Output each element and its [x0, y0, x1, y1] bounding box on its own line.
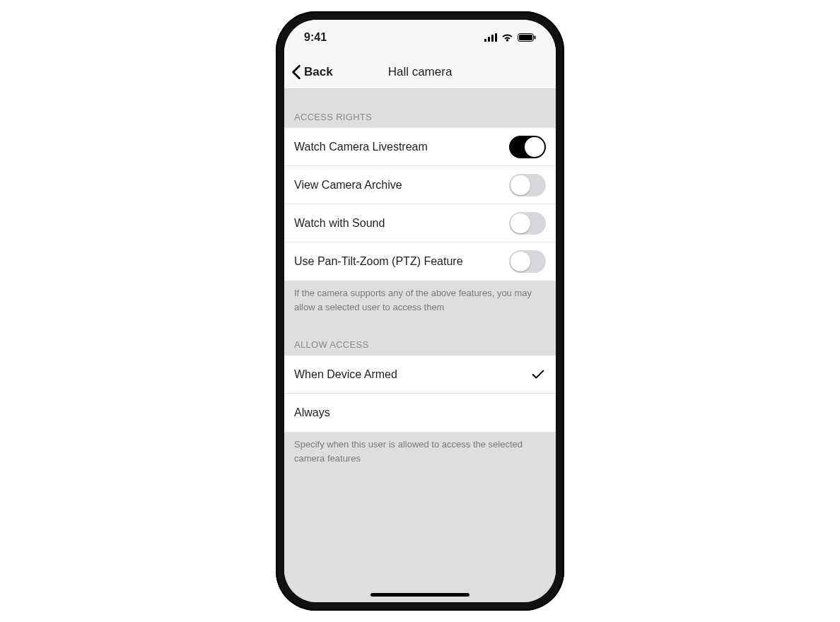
row-watch-sound[interactable]: Watch with Sound — [284, 204, 556, 242]
row-label: Watch Camera Livestream — [294, 141, 428, 153]
status-time: 9:41 — [304, 31, 327, 44]
row-always[interactable]: Always — [284, 394, 556, 432]
row-label: Watch with Sound — [294, 217, 385, 230]
toggle-watch-sound[interactable] — [509, 212, 546, 235]
row-when-armed[interactable]: When Device Armed — [284, 356, 556, 394]
toggle-ptz[interactable] — [509, 250, 546, 273]
checkmark-icon — [530, 367, 546, 382]
status-indicators — [484, 33, 536, 42]
allow-access-group: When Device Armed Always — [284, 356, 556, 432]
chevron-left-icon — [290, 64, 303, 80]
content-scroll[interactable]: ACCESS RIGHTS Watch Camera Livestream Vi… — [284, 89, 556, 602]
section-header-allow-access: ALLOW ACCESS — [284, 317, 556, 356]
back-label: Back — [304, 65, 333, 79]
page-title: Hall camera — [388, 65, 453, 79]
status-bar: 9:41 — [284, 20, 556, 55]
row-label: View Camera Archive — [294, 179, 402, 192]
toggle-view-archive[interactable] — [509, 174, 546, 196]
row-watch-livestream[interactable]: Watch Camera Livestream — [284, 128, 556, 166]
section-header-access-rights: ACCESS RIGHTS — [284, 89, 556, 128]
back-button[interactable]: Back — [284, 64, 333, 80]
svg-rect-1 — [488, 37, 490, 42]
svg-rect-2 — [491, 35, 494, 42]
svg-rect-5 — [519, 35, 532, 40]
row-label: Always — [294, 406, 330, 419]
row-ptz[interactable]: Use Pan-Tilt-Zoom (PTZ) Feature — [284, 242, 556, 281]
section-footer-allow-access: Specify when this user is allowed to acc… — [284, 432, 556, 468]
svg-rect-0 — [484, 39, 486, 42]
svg-rect-3 — [495, 33, 497, 42]
access-rights-group: Watch Camera Livestream View Camera Arch… — [284, 128, 556, 281]
wifi-icon — [501, 33, 513, 42]
cellular-icon — [484, 33, 497, 42]
row-label: Use Pan-Tilt-Zoom (PTZ) Feature — [294, 255, 463, 268]
toggle-watch-livestream[interactable] — [509, 136, 546, 158]
row-label: When Device Armed — [294, 368, 397, 381]
home-indicator[interactable] — [371, 593, 469, 597]
screen: 9:41 Back Hall camera ACCESS RIGHTS Watc… — [284, 20, 556, 602]
row-view-archive[interactable]: View Camera Archive — [284, 166, 556, 204]
section-footer-access-rights: If the camera supports any of the above … — [284, 281, 556, 317]
phone-frame: 9:41 Back Hall camera ACCESS RIGHTS Watc… — [276, 11, 564, 611]
battery-icon — [518, 33, 536, 42]
nav-bar: Back Hall camera — [284, 55, 556, 89]
svg-rect-6 — [535, 36, 536, 40]
